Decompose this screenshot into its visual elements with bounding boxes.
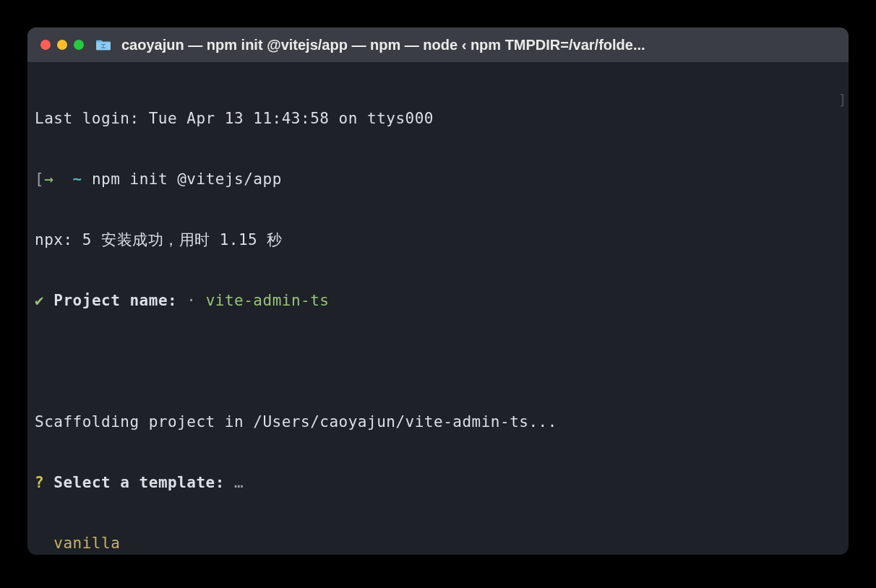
scaffold-line: Scaffolding project in /Users/caoyajun/v…: [35, 412, 841, 432]
ellipsis: …: [234, 474, 244, 491]
template-option-vue[interactable]: vue: [35, 553, 841, 555]
template-options[interactable]: vanilla vue❯ vue-ts react react-ts preac…: [35, 533, 841, 555]
titlebar[interactable]: caoyajun — npm init @vitejs/app — npm — …: [27, 27, 849, 62]
check-icon: ✔: [35, 292, 44, 309]
prompt-line: [→ ~ npm init @vitejs/app: [35, 169, 841, 189]
blank-line: [35, 351, 841, 371]
bracket-open: [: [35, 170, 44, 188]
project-name-value: vite-admin-ts: [206, 292, 330, 309]
zoom-icon[interactable]: [74, 40, 84, 50]
select-template-label: Select a template:: [53, 474, 225, 491]
terminal-content[interactable]: Last login: Tue Apr 13 11:43:58 on ttys0…: [27, 62, 849, 555]
command-text: npm init @vitejs/app: [92, 170, 282, 188]
close-icon[interactable]: [40, 40, 51, 50]
last-login-line: Last login: Tue Apr 13 11:43:58 on ttys0…: [35, 108, 841, 129]
traffic-lights: [40, 40, 84, 50]
project-name-label: Project name:: [53, 292, 177, 309]
bracket-close: ]: [838, 90, 847, 110]
tilde-icon: ~: [73, 170, 82, 188]
project-name-line: ✔ Project name: · vite-admin-ts: [35, 290, 841, 311]
terminal-window: caoyajun — npm init @vitejs/app — npm — …: [27, 27, 849, 555]
folder-icon: [95, 38, 111, 51]
question-icon: ?: [35, 474, 44, 491]
select-template-line: ? Select a template: …: [35, 472, 841, 493]
window-title: caoyajun — npm init @vitejs/app — npm — …: [121, 37, 836, 53]
indent: [35, 535, 53, 552]
npx-line: npx: 5 安装成功，用时 1.15 秒: [35, 230, 841, 250]
option-label: vanilla: [53, 535, 120, 552]
minimize-icon[interactable]: [57, 40, 67, 50]
template-option-vanilla[interactable]: vanilla: [35, 533, 841, 553]
arrow-icon: →: [44, 170, 53, 188]
dot-sep: ·: [186, 292, 196, 309]
